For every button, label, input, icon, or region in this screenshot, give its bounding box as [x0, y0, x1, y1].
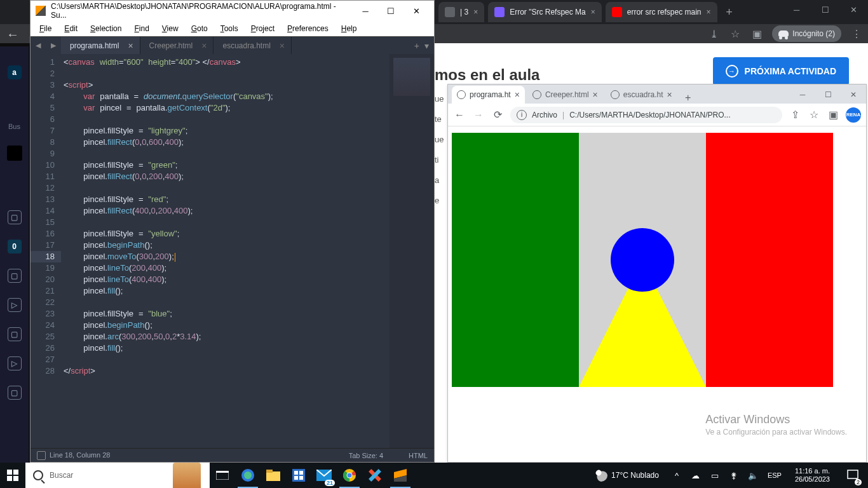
close-icon[interactable]: × — [128, 41, 133, 51]
bg-sidebar-item[interactable]: ▢ — [8, 327, 22, 341]
bg-tab-label: | 3 — [460, 8, 468, 17]
code-area[interactable]: <canvas width="600" height="400"> </canv… — [61, 54, 390, 448]
taskbar-app-mail[interactable]: 21 — [311, 463, 337, 488]
bg-sidebar-item[interactable] — [7, 146, 22, 161]
maximize-button[interactable]: ☐ — [378, 2, 403, 20]
tray-volume-icon[interactable]: 🔈 — [747, 463, 759, 488]
bg-sidebar-item[interactable]: ▷ — [8, 356, 22, 370]
bg-sidebar-item[interactable]: ▢ — [8, 386, 22, 400]
new-tab-icon[interactable]: + — [414, 41, 419, 51]
menu-selection[interactable]: Selection — [85, 23, 126, 34]
weather-widget[interactable]: 17°C Nublado — [590, 469, 664, 482]
tray-language[interactable]: ESP — [766, 463, 783, 488]
url-field[interactable]: i Archivo | C:/Users/MARTHA/Desktop/JHON… — [510, 107, 782, 123]
back-arrow-icon[interactable]: ← — [6, 27, 19, 42]
taskbar: Buscar 21 17°C Nublado ^ ☁ ▭ ⚵ 🔈 ESP 11:… — [0, 463, 868, 488]
tray-chevron-icon[interactable]: ^ — [670, 463, 683, 488]
menu-project[interactable]: Project — [246, 23, 280, 34]
bg-tab-3[interactable]: error src refspec main× — [606, 2, 717, 22]
taskbar-app-edge[interactable] — [235, 463, 261, 488]
taskbar-app-git[interactable] — [362, 463, 388, 488]
taskbar-search[interactable]: Buscar — [25, 463, 210, 488]
menu-view[interactable]: View — [157, 23, 184, 34]
tray-meet-icon[interactable]: ▭ — [709, 463, 721, 488]
close-icon[interactable]: × — [667, 90, 672, 100]
taskview-icon[interactable] — [210, 463, 235, 488]
favicon-icon — [494, 7, 505, 17]
maximize-button[interactable]: ☐ — [811, 0, 839, 19]
taskbar-app-chrome[interactable] — [337, 463, 362, 488]
minimap[interactable] — [390, 54, 434, 448]
bg-tab-2[interactable]: Error "Src Refspec Ma× — [488, 2, 602, 22]
menu-find[interactable]: Find — [129, 23, 154, 34]
extensions-icon[interactable]: ▣ — [750, 27, 763, 40]
close-icon[interactable]: × — [280, 41, 285, 51]
new-tab-button[interactable]: + — [680, 92, 696, 104]
share-icon[interactable]: ⇪ — [789, 109, 801, 121]
chrome-tab-programa[interactable]: programa.ht× — [452, 86, 525, 104]
bg-sidebar-item[interactable]: ▷ — [8, 298, 22, 312]
taskbar-clock[interactable]: 11:16 a. m. 26/05/2023 — [790, 467, 835, 484]
svg-rect-3 — [13, 476, 18, 481]
chrome-tab-escuadra[interactable]: escuadra.ht× — [606, 86, 677, 104]
info-icon[interactable]: i — [517, 110, 527, 120]
close-button[interactable]: ✕ — [841, 86, 866, 104]
menu-preferences[interactable]: Preferences — [282, 23, 334, 34]
star-icon[interactable]: ☆ — [729, 27, 742, 40]
tray-wifi-icon[interactable]: ⚵ — [728, 463, 740, 488]
bg-tab-1[interactable]: | 3× — [438, 2, 484, 22]
download-icon[interactable]: ⤓ — [707, 27, 720, 40]
new-tab-button[interactable]: + — [721, 4, 738, 20]
reload-button[interactable]: ⟳ — [491, 109, 504, 121]
chrome-tab-creeper[interactable]: Creeper.html× — [527, 86, 603, 104]
tab-menu-icon[interactable]: ▾ — [424, 41, 429, 51]
clock-time: 11:16 a. m. — [795, 467, 830, 475]
tab-next-icon[interactable]: ▶ — [46, 37, 61, 54]
menu-help[interactable]: Help — [336, 23, 362, 34]
minimize-button[interactable]: ─ — [353, 2, 378, 20]
close-button[interactable]: ✕ — [403, 2, 429, 20]
bg-sidebar-item[interactable]: ▢ — [8, 269, 22, 283]
profile-avatar[interactable]: RENA — [846, 107, 861, 123]
extensions-icon[interactable]: ▣ — [827, 109, 839, 121]
menu-edit[interactable]: Edit — [59, 23, 83, 34]
close-button[interactable]: ✕ — [839, 0, 868, 19]
close-icon[interactable]: × — [593, 90, 598, 100]
back-button[interactable]: ← — [453, 109, 466, 121]
minimize-button[interactable]: ─ — [790, 86, 815, 104]
sublime-titlebar[interactable]: C:\Users\MARTHA\Desktop\JHONATAN\PROGRAM… — [31, 1, 434, 21]
close-icon[interactable]: × — [473, 8, 478, 17]
editor-tab-escuadra[interactable]: escuadra.html× — [214, 37, 292, 54]
menu-file[interactable]: File — [34, 23, 57, 34]
notification-button[interactable]: 2 — [841, 463, 864, 488]
taskbar-app-sublime[interactable] — [388, 463, 413, 488]
bg-sidebar-logo: a — [8, 65, 22, 79]
menu-goto[interactable]: Goto — [186, 23, 213, 34]
editor-tab-programa[interactable]: programa.html× — [61, 37, 140, 54]
status-language[interactable]: HTML — [409, 452, 428, 459]
globe-icon — [457, 90, 466, 99]
start-button[interactable] — [0, 463, 25, 488]
close-icon[interactable]: × — [706, 8, 710, 17]
tray-onedrive-icon[interactable]: ☁ — [689, 463, 702, 488]
bg-sidebar-item[interactable]: ▢ — [8, 210, 22, 224]
close-icon[interactable]: × — [515, 90, 520, 100]
taskbar-app-explorer[interactable] — [261, 463, 286, 488]
status-icon[interactable] — [37, 451, 46, 460]
next-activity-button[interactable]: → PRÓXIMA ACTIVIDAD — [713, 57, 849, 85]
bg-sidebar-item-active[interactable]: 0 — [8, 240, 22, 254]
close-icon[interactable]: × — [201, 41, 207, 51]
menu-tools[interactable]: Tools — [215, 23, 243, 34]
close-icon[interactable]: × — [591, 8, 595, 17]
editor-tab-creeper[interactable]: Creeper.html× — [140, 37, 214, 54]
chrome-tabstrip: programa.ht× Creeper.html× escuadra.ht× … — [448, 85, 866, 104]
minimize-button[interactable]: ─ — [782, 0, 811, 19]
status-tabsize[interactable]: Tab Size: 4 — [349, 452, 383, 459]
editor-body[interactable]: 1234567891011121314151617181920212223242… — [31, 54, 434, 448]
menu-icon[interactable]: ⋮ — [850, 27, 863, 40]
maximize-button[interactable]: ☐ — [815, 86, 841, 104]
taskbar-app-store[interactable] — [286, 463, 311, 488]
star-icon[interactable]: ☆ — [808, 109, 820, 121]
tab-prev-icon[interactable]: ◀ — [31, 37, 46, 54]
incognito-badge[interactable]: Incógnito (2) — [772, 25, 841, 42]
